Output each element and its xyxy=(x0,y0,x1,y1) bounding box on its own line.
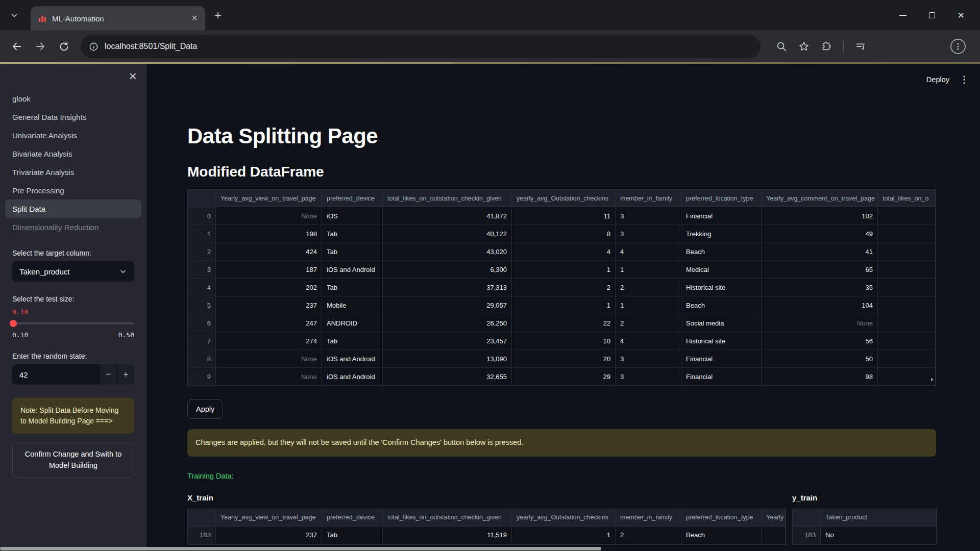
table-cell[interactable] xyxy=(878,332,936,350)
row-index-cell[interactable]: 2 xyxy=(188,243,216,261)
sidebar-item-general-data-insights[interactable]: General Data Insights xyxy=(5,108,141,126)
table-cell[interactable]: 3 xyxy=(616,368,681,386)
forward-button[interactable] xyxy=(31,37,50,56)
table-cell[interactable]: Tab xyxy=(322,279,383,296)
table-cell[interactable]: Social media xyxy=(681,314,762,332)
table-cell[interactable]: Historical site xyxy=(681,279,762,296)
table-cell[interactable]: 49 xyxy=(762,225,878,243)
table-cell[interactable]: 104 xyxy=(762,296,878,314)
table-cell[interactable]: 237 xyxy=(216,527,322,544)
sidebar-item-split-data[interactable]: Split Data xyxy=(5,199,141,218)
row-index-cell[interactable]: 183 xyxy=(793,527,821,544)
row-index-cell[interactable]: 4 xyxy=(188,279,216,296)
table-cell[interactable]: 187 xyxy=(216,261,322,279)
table-cell[interactable]: iOS xyxy=(322,207,383,225)
row-index-cell[interactable]: 6 xyxy=(188,314,216,332)
table-cell[interactable]: 102 xyxy=(762,207,878,225)
column-header[interactable]: Yearly_avg_comment_on_travel_page xyxy=(762,190,878,207)
test-size-slider[interactable] xyxy=(12,320,134,327)
table-cell[interactable]: None xyxy=(216,207,322,225)
table-cell[interactable]: 98 xyxy=(762,368,878,386)
table-cell[interactable]: 1 xyxy=(512,261,616,279)
column-header[interactable]: member_in_family xyxy=(616,190,681,207)
table-cell[interactable]: 202 xyxy=(216,279,322,296)
address-bar[interactable]: localhost:8501/Split_Data xyxy=(81,35,761,58)
back-button[interactable] xyxy=(7,37,27,56)
table-cell[interactable]: 23,457 xyxy=(383,332,512,350)
table-cell[interactable]: 1 xyxy=(616,261,681,279)
table-cell[interactable]: 2 xyxy=(616,527,681,544)
table-cell[interactable]: 22 xyxy=(512,314,616,332)
column-header[interactable]: yearly_avg_Outstation_checkins xyxy=(512,509,616,527)
table-cell[interactable] xyxy=(878,207,936,225)
table-cell[interactable]: 11,519 xyxy=(383,527,512,544)
deploy-button[interactable]: Deploy xyxy=(926,76,949,84)
table-cell[interactable]: 4 xyxy=(616,243,681,261)
table-cell[interactable]: 3 xyxy=(616,207,681,225)
column-header[interactable]: preferred_location_type xyxy=(681,509,762,527)
row-index-cell[interactable]: 0 xyxy=(188,207,216,225)
table-cell[interactable]: Tab xyxy=(322,527,383,544)
slider-track[interactable] xyxy=(12,322,134,324)
table-cell[interactable]: Beach xyxy=(681,527,762,544)
sidebar-item-bivariate-analysis[interactable]: Bivariate Analysis xyxy=(5,144,141,163)
table-cell[interactable]: Financial xyxy=(681,207,762,225)
table-cell[interactable]: 26,250 xyxy=(383,314,512,332)
column-header[interactable]: preferred_location_type xyxy=(681,190,762,207)
table-cell[interactable]: 3 xyxy=(616,350,681,368)
column-header[interactable]: Yearly xyxy=(762,509,786,527)
increment-button[interactable]: + xyxy=(117,364,134,385)
row-index-cell[interactable]: 5 xyxy=(188,296,216,314)
table-cell[interactable]: 40,122 xyxy=(383,225,512,243)
table-cell[interactable]: iOS and Android xyxy=(322,350,383,368)
table-cell[interactable]: 37,313 xyxy=(383,279,512,296)
column-header[interactable]: preferred_device xyxy=(322,509,383,527)
confirm-button[interactable]: Confirm Change and Swith to Model Buildi… xyxy=(12,443,134,478)
table-cell[interactable]: 32,655 xyxy=(383,368,512,386)
table-cell[interactable]: 424 xyxy=(216,243,322,261)
app-menu-icon[interactable]: ⋮ xyxy=(960,74,969,85)
table-cell[interactable]: None xyxy=(216,350,322,368)
table-cell[interactable] xyxy=(878,350,936,368)
decrement-button[interactable]: − xyxy=(100,364,117,385)
table-cell[interactable] xyxy=(762,527,786,544)
table-cell[interactable]: Medical xyxy=(681,261,762,279)
sidebar-close-icon[interactable]: ✕ xyxy=(128,71,137,82)
column-header[interactable]: yearly_avg_Outstation_checkins xyxy=(512,190,616,207)
table-cell[interactable]: 1 xyxy=(512,296,616,314)
row-index-cell[interactable]: 7 xyxy=(188,332,216,350)
browser-tab[interactable]: ML-Automation ✕ xyxy=(31,6,205,31)
tab-search-button[interactable] xyxy=(6,7,22,23)
table-cell[interactable]: Trekking xyxy=(681,225,762,243)
table-cell[interactable]: 41 xyxy=(762,243,878,261)
table-cell[interactable] xyxy=(878,296,936,314)
table-cell[interactable]: 41,872 xyxy=(383,207,512,225)
column-header[interactable] xyxy=(188,509,216,527)
table-cell[interactable]: Beach xyxy=(681,243,762,261)
table-cell[interactable]: 29 xyxy=(512,368,616,386)
table-cell[interactable]: iOS and Android xyxy=(322,261,383,279)
table-cell[interactable]: 2 xyxy=(512,279,616,296)
table-cell[interactable]: Tab xyxy=(322,332,383,350)
media-controls-icon[interactable] xyxy=(855,41,866,52)
column-header[interactable] xyxy=(188,190,216,207)
table-cell[interactable]: No xyxy=(821,527,937,544)
table-cell[interactable] xyxy=(878,368,936,386)
table-cell[interactable]: Historical site xyxy=(681,332,762,350)
zoom-icon[interactable] xyxy=(776,41,787,52)
table-cell[interactable]: 35 xyxy=(762,279,878,296)
column-header[interactable]: preferred_device xyxy=(322,190,383,207)
window-maximize-button[interactable] xyxy=(929,12,935,18)
window-minimize-button[interactable] xyxy=(899,15,906,16)
table-cell[interactable]: 237 xyxy=(216,296,322,314)
table-cell[interactable] xyxy=(878,261,936,279)
table-cell[interactable] xyxy=(878,225,936,243)
table-cell[interactable]: None xyxy=(762,314,878,332)
column-header[interactable]: member_in_family xyxy=(616,509,681,527)
row-index-cell[interactable]: 1 xyxy=(188,225,216,243)
column-header[interactable]: Taken_product xyxy=(821,509,937,527)
extensions-icon[interactable] xyxy=(821,41,832,52)
sidebar-item-dimensionality-reduction[interactable]: Dimensionality Reduction xyxy=(5,218,141,236)
horizontal-scrollbar-thumb[interactable] xyxy=(0,547,601,550)
column-header[interactable]: Yearly_avg_view_on_travel_page xyxy=(216,509,322,527)
